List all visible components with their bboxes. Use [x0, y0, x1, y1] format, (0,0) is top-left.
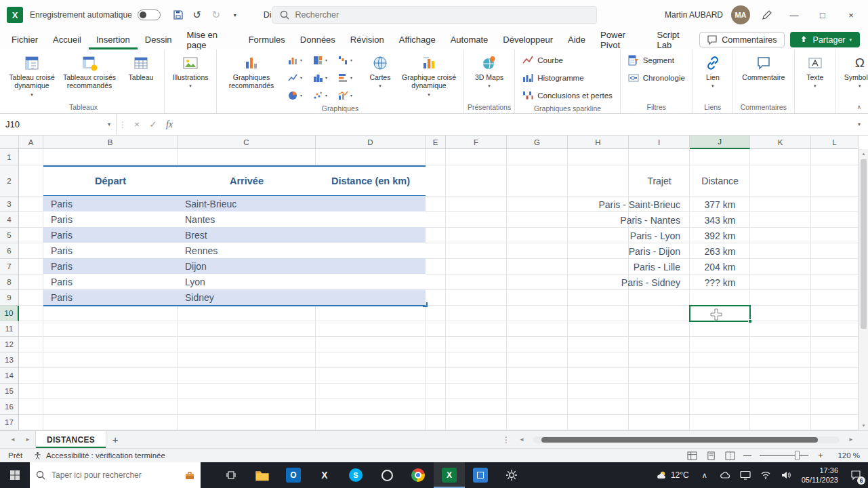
- summary-cell-trajet[interactable]: Paris - Nantes: [507, 215, 690, 226]
- x-app-button[interactable]: X: [309, 462, 340, 488]
- zoom-slider[interactable]: [760, 455, 808, 456]
- start-button[interactable]: [0, 462, 30, 488]
- settings-button[interactable]: [496, 462, 527, 488]
- circle-app-button[interactable]: [371, 462, 402, 488]
- row-header-5[interactable]: 5: [0, 228, 19, 243]
- row-header-2[interactable]: 2: [0, 165, 19, 197]
- column-header-J[interactable]: J: [690, 136, 750, 149]
- zoom-out-button[interactable]: —: [743, 451, 751, 460]
- sparkline-line-button[interactable]: Courbe: [518, 52, 567, 68]
- share-button[interactable]: Partager ▾: [790, 32, 860, 47]
- tab-donnees[interactable]: Données: [293, 30, 343, 49]
- name-box[interactable]: J10 ▾: [0, 114, 117, 135]
- zoom-in-button[interactable]: +: [817, 451, 825, 460]
- row-header-10[interactable]: 10: [0, 306, 19, 321]
- table-cell[interactable]: Dijon: [178, 261, 316, 272]
- treemap-chart-menu-button[interactable]: ▾: [311, 52, 335, 68]
- waterfall-chart-menu-button[interactable]: ▾: [336, 52, 360, 68]
- row-header-8[interactable]: 8: [0, 274, 19, 290]
- pivot-table-button[interactable]: Tableau croisé dynamique ▾: [6, 52, 58, 102]
- 3d-maps-button[interactable]: 3D Maps ▾: [468, 52, 511, 102]
- close-button[interactable]: ×: [841, 5, 861, 25]
- expand-formula-bar-button[interactable]: ▾: [850, 121, 868, 127]
- user-name[interactable]: Martin AUBARD: [665, 10, 723, 20]
- table-cell[interactable]: Paris: [43, 245, 178, 256]
- tray-chevron-up[interactable]: ∧: [695, 462, 715, 488]
- tab-revision[interactable]: Révision: [343, 30, 392, 49]
- row-header-1[interactable]: 1: [0, 149, 19, 165]
- wifi-icon[interactable]: [756, 462, 776, 488]
- column-header-L[interactable]: L: [811, 136, 859, 149]
- summary-header-trajet[interactable]: Trajet: [629, 165, 690, 197]
- row-header-14[interactable]: 14: [0, 368, 19, 384]
- blue-tile-app-button[interactable]: [465, 462, 496, 488]
- tab-fichier[interactable]: Fichier: [4, 30, 45, 49]
- sheet-nav-right[interactable]: ►: [20, 436, 35, 443]
- skype-button[interactable]: S: [340, 462, 371, 488]
- row-header-16[interactable]: 16: [0, 399, 19, 415]
- line-chart-menu-button[interactable]: ▾: [286, 69, 310, 86]
- column-header-H[interactable]: H: [568, 136, 629, 149]
- action-center-button[interactable]: 6: [844, 462, 868, 488]
- row-header-11[interactable]: 11: [0, 321, 19, 337]
- scroll-up-arrow[interactable]: ▴: [863, 149, 865, 159]
- outlook-button[interactable]: O: [278, 462, 309, 488]
- table-cell[interactable]: Paris: [43, 214, 178, 225]
- save-button[interactable]: [170, 7, 186, 23]
- summary-cell-trajet[interactable]: Paris - Saint-Brieuc: [507, 199, 690, 210]
- table-cell[interactable]: Paris: [43, 199, 178, 209]
- slicer-button[interactable]: Segment: [624, 52, 678, 68]
- column-header-C[interactable]: C: [178, 136, 316, 149]
- vertical-scrollbar-thumb[interactable]: [861, 159, 867, 329]
- hscroll-left-arrow[interactable]: ◄: [514, 436, 529, 443]
- combo-chart-menu-button[interactable]: ▾: [336, 87, 360, 104]
- chrome-button[interactable]: [402, 462, 434, 488]
- normal-view-button[interactable]: [686, 451, 697, 460]
- table-cell[interactable]: Saint-Brieuc: [178, 199, 316, 209]
- excel-taskbar-button[interactable]: X: [434, 462, 465, 488]
- column-header-I[interactable]: I: [629, 136, 690, 149]
- comments-button[interactable]: Commentaires: [699, 32, 784, 47]
- table-resize-handle[interactable]: [423, 302, 428, 307]
- column-header-B[interactable]: B: [43, 136, 178, 149]
- table-cell[interactable]: Nantes: [178, 214, 316, 225]
- table-cell[interactable]: Paris: [43, 261, 178, 272]
- weather-widget[interactable]: 12°C: [650, 470, 695, 481]
- search-input[interactable]: [295, 10, 590, 20]
- histogram-chart-menu-button[interactable]: ▾: [311, 69, 335, 86]
- redo-button[interactable]: ↻: [208, 7, 224, 23]
- table-header-cell[interactable]: Départ: [43, 167, 178, 195]
- accessibility-status[interactable]: Accessibilité : vérification terminée: [33, 451, 165, 460]
- row-header-3[interactable]: 3: [0, 197, 19, 212]
- tab-dessin[interactable]: Dessin: [138, 30, 180, 49]
- avatar[interactable]: MA: [731, 5, 750, 24]
- tab-power-pivot[interactable]: Power Pivot: [593, 30, 649, 49]
- formula-input[interactable]: [178, 114, 850, 135]
- summary-cell-trajet[interactable]: Paris - Lille: [507, 262, 690, 272]
- row-header-4[interactable]: 4: [0, 212, 19, 228]
- taskbar-clock[interactable]: 17:36 05/11/2023: [796, 466, 844, 485]
- tab-scrollbar-splitter[interactable]: ⋮: [498, 435, 514, 445]
- display-icon[interactable]: [735, 462, 756, 488]
- page-break-view-button[interactable]: [724, 451, 735, 460]
- summary-cell-distance[interactable]: 204 km: [690, 262, 750, 272]
- customize-toolbar-button[interactable]: ▾: [227, 7, 243, 23]
- scatter-chart-menu-button[interactable]: ▾: [311, 87, 335, 104]
- column-header-D[interactable]: D: [316, 136, 426, 149]
- hscroll-right-arrow[interactable]: ►: [844, 436, 859, 443]
- tab-aide[interactable]: Aide: [560, 30, 593, 49]
- tab-developpeur[interactable]: Développeur: [495, 30, 560, 49]
- pie-chart-menu-button[interactable]: ▾: [286, 87, 310, 104]
- summary-cell-trajet[interactable]: Paris - Dijon: [507, 246, 690, 257]
- search-box[interactable]: [272, 6, 597, 24]
- onedrive-cloud-icon[interactable]: [715, 462, 735, 488]
- table-cell[interactable]: Paris: [43, 292, 178, 303]
- maps-button[interactable]: Cartes ▾: [364, 52, 396, 104]
- text-button[interactable]: Texte ▾: [798, 52, 832, 102]
- autosave-toggle[interactable]: [138, 9, 161, 20]
- tab-mise-en-page[interactable]: Mise en page: [180, 30, 241, 49]
- add-sheet-button[interactable]: +: [106, 434, 124, 445]
- cancel-entry-button[interactable]: ×: [129, 119, 145, 129]
- column-header-K[interactable]: K: [750, 136, 811, 149]
- vertical-scrollbar[interactable]: ▴ ▾: [859, 149, 868, 430]
